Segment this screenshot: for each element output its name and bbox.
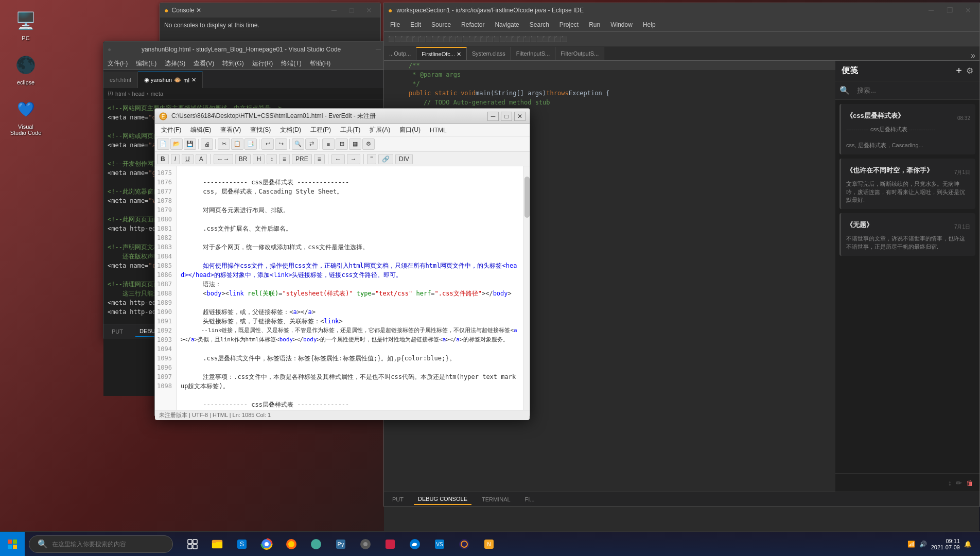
taskbar-icon-notion[interactable]: N xyxy=(478,532,500,557)
toolbar-btn2[interactable]: ⊞ xyxy=(336,138,348,150)
taskbar-icon-settings[interactable] xyxy=(354,532,377,557)
eclipse-tab-firstline[interactable]: FirstlineOfc... ✕ xyxy=(416,47,467,60)
eclipse-bottom-tab-debug[interactable]: DEBUG CONSOLE xyxy=(414,494,471,505)
eclipse-menu-help[interactable]: Help xyxy=(643,21,656,28)
toolbar-find[interactable]: 🔍 xyxy=(292,138,304,150)
console-minimize[interactable]: ─ xyxy=(327,5,341,16)
eclipse-bottom-tab-fi[interactable]: FI... xyxy=(521,494,539,505)
everedit-menu-doc[interactable]: 文档(D) xyxy=(276,125,305,135)
eclipse-tab-filterinput[interactable]: FilterInputS... xyxy=(511,47,555,60)
toolbar-new[interactable]: 📄 xyxy=(157,138,169,150)
taskbar-notification-icon[interactable]: 🔔 xyxy=(964,541,972,548)
eclipse-menu-navigate[interactable]: Navigate xyxy=(495,21,519,28)
eclipse-menu-file[interactable]: File xyxy=(390,21,400,28)
toolbar-replace[interactable]: ⇄ xyxy=(305,138,318,150)
everedit-maximize[interactable]: □ xyxy=(501,112,512,121)
notes-settings-btn[interactable]: ⚙ xyxy=(966,66,973,76)
everedit-menu-view[interactable]: 查看(V) xyxy=(216,125,245,135)
eclipse-tab-filteroutput[interactable]: FilterOutputS... xyxy=(555,47,604,60)
desktop-icon-pc[interactable]: 🖥️ PC xyxy=(5,5,46,44)
taskbar-icon-store[interactable]: S xyxy=(231,532,253,557)
fmt-quote[interactable]: " xyxy=(367,154,376,164)
vscode-menu-edit[interactable]: 编辑(E) xyxy=(136,59,156,68)
notes-sort-icon[interactable]: ↕ xyxy=(948,479,952,487)
taskbar-icon-vscode2[interactable]: VS xyxy=(428,532,451,557)
vscode-menu-file[interactable]: 文件(F) xyxy=(108,59,128,68)
fmt-list[interactable]: ≡ xyxy=(314,154,325,164)
fmt-div[interactable]: DIV xyxy=(395,154,413,164)
eclipse-tab-system[interactable]: System.class xyxy=(467,47,511,60)
toolbar-save[interactable]: 💾 xyxy=(184,138,196,150)
eclipse-menu-source[interactable]: Source xyxy=(431,21,451,28)
toolbar-redo[interactable]: ↪ xyxy=(275,138,287,150)
toolbar-open[interactable]: 📂 xyxy=(170,138,183,150)
everedit-minimize[interactable]: ─ xyxy=(487,112,499,121)
taskbar-icon-bs[interactable] xyxy=(379,532,401,557)
fmt-link[interactable]: 🔗 xyxy=(378,154,393,164)
fmt-font[interactable]: A xyxy=(196,154,207,164)
everedit-close[interactable]: ✕ xyxy=(514,112,526,121)
taskbar-search-bar[interactable]: 🔍 xyxy=(29,535,173,553)
eclipse-bottom-tab-put[interactable]: PUT xyxy=(388,494,408,505)
toolbar-copy[interactable]: 📋 xyxy=(231,138,243,150)
toolbar-btn4[interactable]: ⚙ xyxy=(362,138,375,150)
notes-search-input[interactable] xyxy=(853,84,975,96)
everedit-menu-html[interactable]: HTML xyxy=(426,126,451,135)
fmt-outdent[interactable]: ← xyxy=(331,154,345,164)
everedit-menu-edit[interactable]: 编辑(E) xyxy=(186,125,215,135)
vscode-tab-yanshun[interactable]: ◉ yanshun🐵ml ✕ xyxy=(138,72,203,88)
eclipse-menu-edit[interactable]: Edit xyxy=(410,21,421,28)
taskbar-taskview[interactable] xyxy=(181,532,204,557)
fmt-br[interactable]: BR xyxy=(235,154,251,164)
fmt-align[interactable]: ≡ xyxy=(279,154,290,164)
toolbar-print[interactable]: 🖨 xyxy=(201,138,213,150)
note-card-untitled[interactable]: 《无题》 7月1日 不谙世事的文章，诉说不谙世事的情事，也许这不谙世事，正是历尽… xyxy=(839,213,975,256)
eclipse-tab-outp[interactable]: ...Outp... xyxy=(384,47,416,60)
notes-delete-icon[interactable]: 🗑 xyxy=(966,479,973,487)
everedit-scrollbar-vertical[interactable] xyxy=(523,166,530,410)
console-maximize[interactable]: □ xyxy=(344,5,359,16)
toolbar-undo[interactable]: ↩ xyxy=(261,138,274,150)
vscode-menu-goto[interactable]: 转到(G) xyxy=(222,59,243,68)
start-button[interactable] xyxy=(0,532,25,557)
fmt-italic[interactable]: I xyxy=(171,154,180,164)
taskbar-icon-explorer[interactable] xyxy=(206,532,229,557)
taskbar-icon-edge[interactable] xyxy=(404,532,426,557)
eclipse-restore[interactable]: ❐ xyxy=(942,5,957,16)
vscode-menu-run[interactable]: 运行(R) xyxy=(252,59,273,68)
notes-edit-icon[interactable]: ✏ xyxy=(956,479,962,487)
note-card-css[interactable]: 《css层叠样式表》 08:32 ------------ css层叠样式表 -… xyxy=(839,104,975,154)
fmt-valign[interactable]: ↕ xyxy=(267,154,277,164)
everedit-menu-ext[interactable]: 扩展(A) xyxy=(365,125,394,135)
everedit-menu-tools[interactable]: 工具(T) xyxy=(336,125,364,135)
vscode-menu-help[interactable]: 帮助(H) xyxy=(310,59,331,68)
taskbar-search-input[interactable] xyxy=(52,541,164,548)
eclipse-menu-project[interactable]: Project xyxy=(559,21,579,28)
panel-tab-put[interactable]: PUT xyxy=(108,326,127,337)
eclipse-menu-refactor[interactable]: Refactor xyxy=(461,21,484,28)
fmt-underline[interactable]: U xyxy=(182,154,194,164)
toolbar-btn1[interactable]: ≡ xyxy=(322,138,335,150)
eclipse-tab-more[interactable]: » xyxy=(967,51,979,60)
eclipse-minimize[interactable]: ─ xyxy=(924,5,938,16)
taskbar-icon-python[interactable]: Py xyxy=(329,532,352,557)
eclipse-close[interactable]: ✕ xyxy=(961,5,975,16)
desktop-icon-vscode[interactable]: 💙 Visual Studio Code xyxy=(5,94,46,139)
fmt-indent[interactable]: ←→ xyxy=(214,154,233,164)
note-card-poem[interactable]: 《也许在不同时空，牵你手》 7月1日 文章写完后，断断续续的，只觉水多。无病呻吟… xyxy=(839,159,975,209)
taskbar-icon-firefox[interactable] xyxy=(280,532,303,557)
fmt-bold[interactable]: B xyxy=(157,154,169,164)
everedit-menu-window[interactable]: 窗口(U) xyxy=(395,125,425,135)
fmt-pre[interactable]: PRE xyxy=(292,154,312,164)
vscode-tab-esh[interactable]: esh.html xyxy=(103,72,138,88)
scroll-thumb-vertical[interactable] xyxy=(524,177,530,218)
vscode-menu-terminal[interactable]: 终端(T) xyxy=(281,59,301,68)
toolbar-paste[interactable]: 📑 xyxy=(244,138,257,150)
notes-add-btn[interactable]: + xyxy=(956,65,962,77)
taskbar-icon-chrome[interactable] xyxy=(255,532,278,557)
everedit-menu-file[interactable]: 文件(F) xyxy=(157,125,185,135)
console-close[interactable]: ✕ xyxy=(362,5,376,16)
taskbar-clock[interactable]: 09:11 2021-07-09 xyxy=(931,538,960,550)
fmt-heading[interactable]: H xyxy=(253,154,265,164)
vscode-menu-select[interactable]: 选择(S) xyxy=(165,59,185,68)
